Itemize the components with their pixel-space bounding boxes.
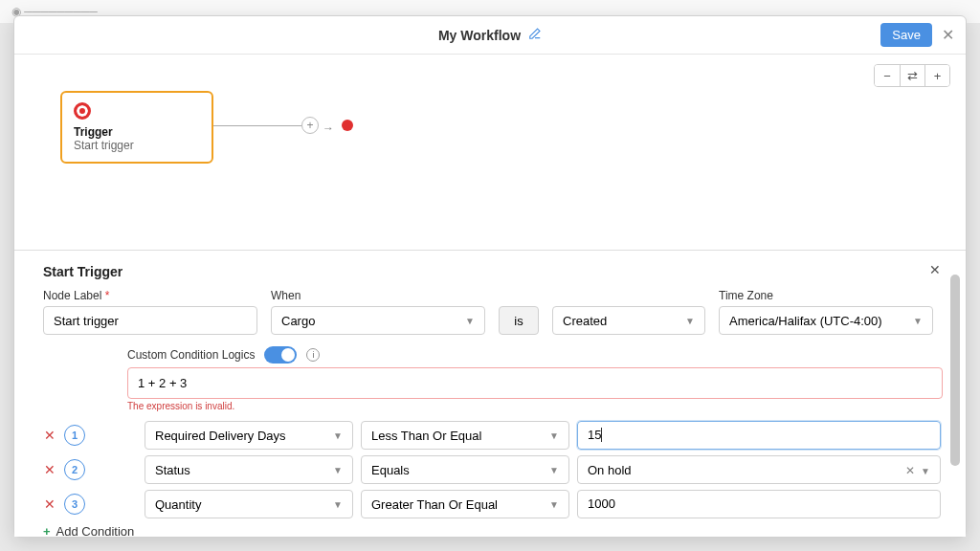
chevron-down-icon: ▼ (685, 316, 695, 326)
node-label-input[interactable] (43, 306, 257, 335)
condition-field: Quantity (155, 497, 201, 512)
plus-icon: + (43, 524, 51, 539)
chevron-down-icon: ▼ (913, 316, 923, 326)
when-label: When (271, 289, 485, 302)
config-panel: Start Trigger ✕ Node Label * When Cargo … (14, 250, 966, 537)
chevron-down-icon: ▼ (333, 465, 343, 475)
panel-title: Start Trigger (43, 264, 947, 279)
node-subtitle: Start trigger (74, 139, 200, 152)
canvas-controls: − ⇄ + (874, 64, 950, 87)
flow-end-icon (342, 120, 353, 131)
condition-value: 1000 (588, 496, 615, 511)
expression-input[interactable] (127, 367, 943, 399)
condition-operator-select[interactable]: Greater Than Or Equal ▼ (361, 490, 569, 518)
condition-operator-select[interactable]: Less Than Or Equal ▼ (361, 421, 569, 450)
condition-field-select[interactable]: Status ▼ (145, 455, 353, 484)
close-icon[interactable]: ✕ (942, 26, 954, 44)
chevron-down-icon: ▼ (549, 430, 559, 441)
trigger-node[interactable]: Trigger Start trigger (60, 91, 213, 164)
condition-field: Required Delivery Days (155, 429, 286, 443)
condition-value-input[interactable]: 1000 (577, 490, 941, 518)
is-group: is (499, 289, 539, 335)
condition-row: ✕ 3 Quantity ▼ Greater Than Or Equal ▼ 1… (43, 490, 947, 518)
add-node-icon[interactable]: + (301, 117, 319, 134)
condition-value: On hold (588, 463, 632, 477)
ccl-label: Custom Condition Logics (127, 348, 255, 362)
clear-icon[interactable]: ✕ (905, 464, 915, 477)
pencil-icon[interactable] (528, 27, 542, 43)
condition-number: 1 (64, 425, 85, 446)
condition-row: ✕ 2 Status ▼ Equals ▼ On hold ✕▼ (43, 455, 947, 484)
modal-header-actions: Save ✕ (880, 23, 954, 47)
event-select[interactable]: Created ▼ (552, 306, 705, 335)
flow-connector (213, 125, 303, 127)
fit-view-button[interactable]: ⇄ (900, 65, 924, 86)
delete-condition-icon[interactable]: ✕ (43, 428, 56, 443)
add-condition-label: Add Condition (56, 524, 135, 539)
modal-title: My Workflow (438, 28, 521, 43)
chevron-down-icon: ▼ (921, 466, 930, 476)
tz-value: America/Halifax (UTC-4:00) (729, 314, 882, 328)
ccl-row: Custom Condition Logics i (127, 346, 947, 364)
condition-row: ✕ 1 Required Delivery Days ▼ Less Than O… (43, 421, 947, 450)
condition-value-select[interactable]: On hold ✕▼ (577, 455, 941, 484)
chevron-down-icon: ▼ (549, 465, 559, 475)
workflow-modal: My Workflow Save ✕ − ⇄ + Trigger Start t… (13, 15, 967, 538)
save-button[interactable]: Save (880, 23, 932, 47)
panel-scrollbar[interactable] (950, 275, 962, 523)
when-select[interactable]: Cargo ▼ (271, 306, 485, 335)
when-value: Cargo (281, 314, 315, 328)
timezone-select[interactable]: America/Halifax (UTC-4:00) ▼ (719, 306, 933, 335)
condition-value: 15 (588, 428, 602, 442)
when-group: When Cargo ▼ (271, 289, 485, 335)
delete-condition-icon[interactable]: ✕ (43, 462, 56, 477)
condition-operator: Equals (371, 463, 410, 477)
condition-field: Status (155, 463, 190, 477)
add-condition-button[interactable]: + Add Condition (43, 524, 947, 539)
scroll-thumb[interactable] (950, 275, 960, 466)
modal-header: My Workflow Save ✕ (14, 16, 966, 55)
field-row-main: Node Label * When Cargo ▼ is Created (43, 289, 947, 335)
condition-value-input[interactable]: 15 (577, 421, 941, 450)
tz-group: Time Zone America/Halifax (UTC-4:00) ▼ (719, 289, 933, 335)
modal-title-group: My Workflow (438, 27, 542, 43)
arrow-icon: → (323, 121, 334, 135)
tz-label: Time Zone (719, 289, 933, 302)
workflow-canvas[interactable]: − ⇄ + Trigger Start trigger + → (14, 55, 966, 250)
chevron-down-icon: ▼ (465, 316, 475, 326)
condition-field-select[interactable]: Quantity ▼ (145, 490, 353, 518)
condition-operator-select[interactable]: Equals ▼ (361, 455, 569, 484)
event-value: Created (563, 314, 607, 328)
node-label-group: Node Label * (43, 289, 257, 335)
expression-error: The expression is invalid. (127, 401, 947, 411)
zoom-out-button[interactable]: − (875, 65, 900, 86)
condition-number: 2 (64, 459, 85, 480)
condition-field-select[interactable]: Required Delivery Days ▼ (145, 421, 353, 450)
condition-operator: Less Than Or Equal (371, 429, 481, 443)
chevron-down-icon: ▼ (333, 499, 343, 510)
node-title: Trigger (74, 125, 200, 139)
chevron-down-icon: ▼ (549, 499, 559, 510)
condition-operator: Greater Than Or Equal (371, 497, 498, 512)
info-icon[interactable]: i (306, 348, 320, 362)
node-label-label: Node Label (43, 289, 101, 302)
event-group: Created ▼ (552, 289, 705, 335)
zoom-in-button[interactable]: + (924, 65, 949, 86)
record-icon (74, 102, 91, 120)
panel-close-icon[interactable]: ✕ (929, 262, 941, 277)
is-text: is (514, 314, 523, 328)
is-badge: is (499, 306, 539, 335)
delete-condition-icon[interactable]: ✕ (43, 496, 56, 512)
condition-number: 3 (64, 494, 85, 515)
ccl-toggle[interactable] (264, 346, 297, 364)
chevron-down-icon: ▼ (333, 430, 343, 441)
